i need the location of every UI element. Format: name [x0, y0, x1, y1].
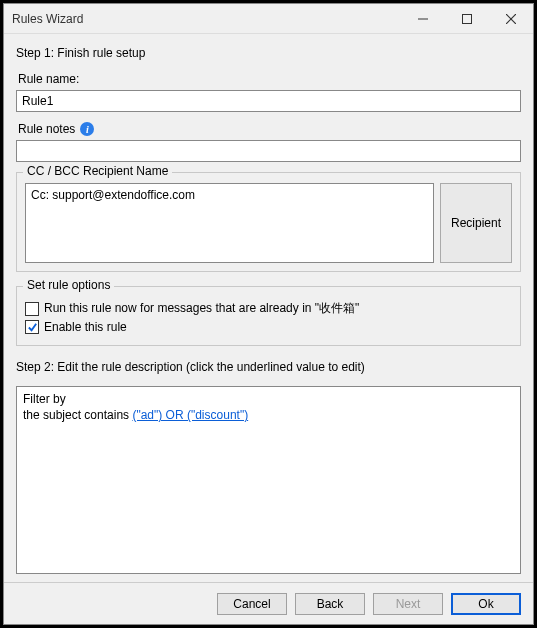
- rules-wizard-window: Rules Wizard Step 1: Finish rule setup R…: [3, 3, 534, 625]
- minimize-icon: [418, 14, 428, 24]
- recipient-button[interactable]: Recipient: [440, 183, 512, 263]
- minimize-button[interactable]: [401, 4, 445, 33]
- dialog-body: Step 1: Finish rule setup Rule name: Rul…: [4, 34, 533, 582]
- enable-rule-label: Enable this rule: [44, 320, 127, 334]
- window-title: Rules Wizard: [12, 12, 401, 26]
- rule-name-input[interactable]: [16, 90, 521, 112]
- cc-bcc-legend: CC / BCC Recipient Name: [23, 164, 172, 178]
- close-button[interactable]: [489, 4, 533, 33]
- description-line1: Filter by: [23, 391, 514, 407]
- description-line2-prefix: the subject contains: [23, 408, 132, 422]
- ok-button[interactable]: Ok: [451, 593, 521, 615]
- maximize-icon: [462, 14, 472, 24]
- run-now-checkbox[interactable]: [25, 302, 39, 316]
- svg-rect-1: [463, 14, 472, 23]
- back-button[interactable]: Back: [295, 593, 365, 615]
- description-line2: the subject contains ("ad") OR ("discoun…: [23, 407, 514, 423]
- next-button: Next: [373, 593, 443, 615]
- enable-rule-option[interactable]: Enable this rule: [25, 320, 512, 334]
- maximize-button[interactable]: [445, 4, 489, 33]
- rule-notes-label-text: Rule notes: [18, 122, 75, 136]
- info-icon[interactable]: i: [80, 122, 94, 136]
- cc-bcc-textarea[interactable]: [25, 183, 434, 263]
- step1-heading: Step 1: Finish rule setup: [16, 46, 521, 60]
- step2-heading: Step 2: Edit the rule description (click…: [16, 360, 521, 374]
- rule-notes-input[interactable]: [16, 140, 521, 162]
- rule-name-label: Rule name:: [18, 72, 521, 86]
- rule-notes-label: Rule notes i: [18, 122, 521, 136]
- cancel-button[interactable]: Cancel: [217, 593, 287, 615]
- window-controls: [401, 4, 533, 33]
- run-now-label: Run this rule now for messages that are …: [44, 300, 359, 317]
- rule-name-label-text: Rule name:: [18, 72, 79, 86]
- titlebar: Rules Wizard: [4, 4, 533, 34]
- run-now-option[interactable]: Run this rule now for messages that are …: [25, 300, 512, 317]
- enable-rule-checkbox[interactable]: [25, 320, 39, 334]
- rule-options-group: Set rule options Run this rule now for m…: [16, 286, 521, 346]
- check-icon: [27, 322, 38, 333]
- close-icon: [506, 14, 516, 24]
- rule-description-box: Filter by the subject contains ("ad") OR…: [16, 386, 521, 574]
- button-bar: Cancel Back Next Ok: [4, 582, 533, 624]
- cc-bcc-group: CC / BCC Recipient Name Recipient: [16, 172, 521, 272]
- description-subject-link[interactable]: ("ad") OR ("discount"): [132, 408, 248, 422]
- rule-options-legend: Set rule options: [23, 278, 114, 292]
